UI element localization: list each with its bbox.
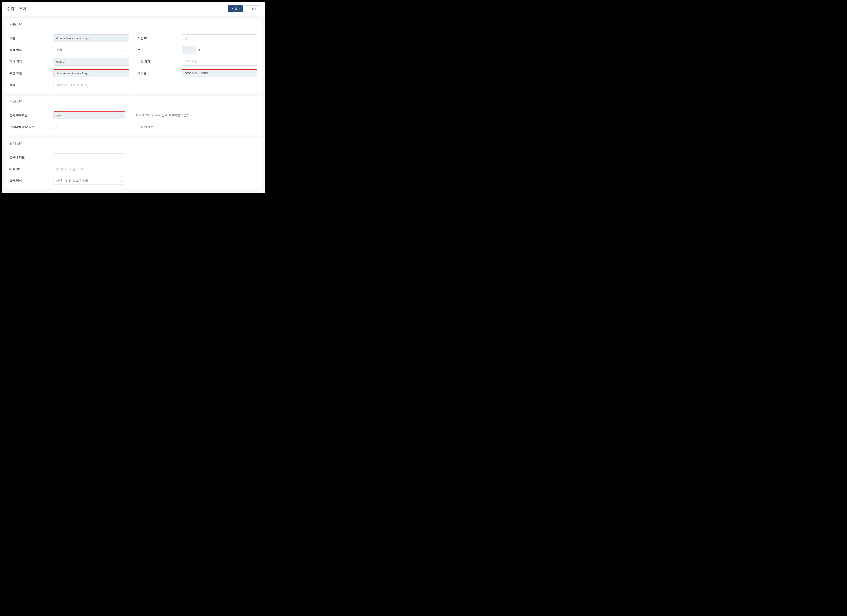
filter-mode-select[interactable]: 패턴 매칭된 로그만 수집 ⌄ [53,177,125,185]
chevron-down-icon: ⌄ [124,60,127,63]
collect-loc-label: 수집 위치 [137,60,179,63]
chevron-down-icon: ⌄ [252,37,255,40]
asset-ip-row: 자산 IP 선택 ⌄ [137,34,257,42]
name-input[interactable] [53,34,129,42]
cancel-button[interactable]: 취소 [245,6,260,12]
collect-loc-row: 수집 위치 선택 안 함 ⌄ [137,58,257,66]
profile-row: 접속 프로파일 Google Workspace 접속 프로파일 식별자 [9,111,257,119]
asset-ip-select[interactable]: 선택 ⌄ [182,34,257,42]
dialog-header: 수집기 추가 확인 취소 [1,1,265,16]
model-label: 수집 모델 [9,71,51,75]
desc-field[interactable] [56,81,127,89]
asset-ip-placeholder: 선택 [184,37,190,40]
table-value[interactable] [184,70,254,77]
profile-label: 접속 프로파일 [9,113,51,117]
common-settings-grid: 이름 자산 IP 선택 ⌄ 실행 방식 주기 ⌄ [9,34,257,89]
filter-mode-label: 필터 방식 [9,179,51,183]
model-value: Google Workspace Login [56,72,89,75]
profile-helper: Google Workspace 접속 프로파일 식별자 [128,113,257,117]
target-input[interactable] [53,165,125,173]
desc-row: 설명 [9,81,129,89]
load-loc-select[interactable]: control ⌄ [53,58,129,66]
days-label: 모니터링 대상 일수 [9,125,51,129]
confirm-label: 확인 [235,7,240,10]
name-value[interactable] [56,35,127,42]
table-label: 테이블 [137,71,179,75]
regex-field[interactable] [56,154,122,161]
regex-row: 정규식 패턴 [9,153,257,161]
close-icon [248,7,250,10]
chevron-down-icon: ⌄ [124,72,126,75]
load-loc-label: 적재 위치 [9,60,51,63]
asset-ip-label: 자산 IP [137,37,179,40]
model-row: 수집 모델 Google Workspace Login ⌄ [9,69,129,77]
filter-settings-panel: 필터 설정 정규식 패턴 대상 필드 필터 방식 패턴 매칭된 로그만 수집 ⌄ [4,138,262,189]
days-row: 모니터링 대상 일수 1~180일 범위 [9,123,257,131]
run-mode-value: 주기 [56,48,62,52]
load-loc-value: control [56,60,65,63]
load-loc-row: 적재 위치 control ⌄ [9,58,129,66]
period-label: 주기 [137,48,179,52]
chevron-down-icon: ⌄ [124,49,127,52]
days-helper: 1~180일 범위 [128,125,257,129]
table-input[interactable] [182,69,257,77]
run-mode-select[interactable]: 주기 ⌄ [53,46,129,54]
chevron-down-icon: ⌄ [120,179,122,182]
table-row: 테이블 [137,69,257,77]
period-unit: 초 [198,48,201,52]
period-row: 주기 10 초 [137,46,257,54]
confirm-button[interactable]: 확인 [228,6,243,12]
target-row: 대상 필드 [9,165,257,173]
days-value[interactable] [56,123,122,131]
target-label: 대상 필드 [9,167,51,171]
profile-value[interactable] [56,112,122,119]
days-input[interactable] [53,123,125,131]
regex-label: 정규식 패턴 [9,156,51,159]
chevron-down-icon: ⌄ [252,60,255,63]
filter-settings-title: 필터 설정 [5,138,262,149]
regex-input[interactable] [53,153,125,161]
common-settings-panel: 공통 설정 이름 자산 IP 선택 ⌄ 실행 방식 [4,19,262,93]
model-select[interactable]: Google Workspace Login ⌄ [53,69,129,77]
run-mode-label: 실행 방식 [9,48,51,52]
collect-loc-placeholder: 선택 안 함 [184,60,198,63]
filter-mode-row: 필터 방식 패턴 매칭된 로그만 수집 ⌄ [9,177,257,185]
collect-loc-select[interactable]: 선택 안 함 ⌄ [182,58,257,66]
period-input[interactable]: 10 [182,46,196,54]
add-collector-dialog: 수집기 추가 확인 취소 공통 설정 이름 [1,1,265,193]
target-field[interactable] [56,165,122,173]
desc-input[interactable] [53,81,129,89]
collect-settings-panel: 수집 설정 접속 프로파일 Google Workspace 접속 프로파일 식… [4,96,262,136]
desc-label: 설명 [9,83,51,87]
name-row: 이름 [9,34,129,42]
common-settings-title: 공통 설정 [5,19,262,30]
dialog-actions: 확인 취소 [228,6,260,12]
dialog-title: 수집기 추가 [7,6,27,11]
run-mode-row: 실행 방식 주기 ⌄ [9,46,129,54]
profile-input[interactable] [53,111,125,119]
collect-settings-title: 수집 설정 [5,96,262,107]
cancel-label: 취소 [251,7,257,10]
check-icon [231,7,233,10]
name-label: 이름 [9,37,51,40]
period-value: 10 [187,48,190,52]
filter-mode-value: 패턴 매칭된 로그만 수집 [56,179,88,183]
